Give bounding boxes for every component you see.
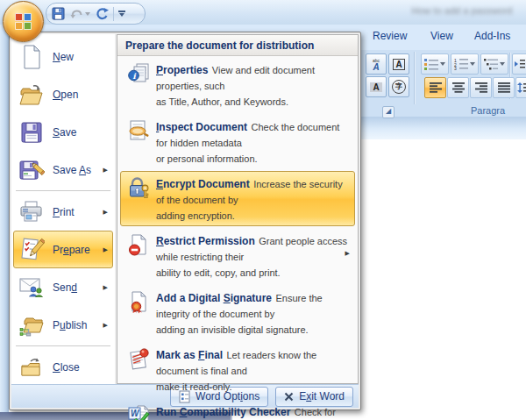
submenu-arrow-icon: ▶ xyxy=(103,209,108,216)
submenu-arrow-icon: ▶ xyxy=(345,250,350,257)
line-spacing-icon[interactable] xyxy=(515,77,526,98)
send-icon xyxy=(17,275,46,300)
menu-item-label: New xyxy=(53,51,74,63)
enclose-characters-icon[interactable]: 字 xyxy=(388,76,409,97)
undo-dropdown-caret[interactable] xyxy=(85,12,90,16)
menu-separator xyxy=(16,190,110,191)
align-right-icon[interactable] xyxy=(470,77,492,98)
svg-text:W: W xyxy=(131,409,140,418)
inspect-document-icon xyxy=(127,118,156,166)
save-icon[interactable] xyxy=(52,7,65,20)
item-text: Run Compatibility Checker Check for feat… xyxy=(156,403,350,420)
redo-icon[interactable] xyxy=(95,7,109,20)
save-floppy-icon xyxy=(17,120,46,145)
menu-item-label: Open xyxy=(53,89,78,101)
menu-item-label: Send xyxy=(53,281,77,294)
menu-item-save[interactable]: Save xyxy=(13,113,113,151)
paragraph-group-label: Paragra xyxy=(471,105,505,116)
prepare-item-inspect-document[interactable]: Inspect Document Check the document for … xyxy=(120,114,355,169)
compatibility-checker-icon: W xyxy=(127,403,156,420)
justify-icon[interactable] xyxy=(493,77,515,98)
menu-item-print[interactable]: Print ▶ xyxy=(13,193,113,231)
align-center-icon[interactable] xyxy=(447,77,469,98)
tab-review[interactable]: Review xyxy=(373,30,407,42)
customize-quick-access-icon[interactable] xyxy=(118,11,125,17)
prepare-icon xyxy=(17,237,46,263)
item-text: Inspect Document Check the document for … xyxy=(156,118,350,166)
item-title: Properties xyxy=(156,64,208,76)
group-separator xyxy=(414,52,416,104)
character-border-icon[interactable]: A xyxy=(388,53,409,75)
menu-item-label: Save xyxy=(53,126,76,139)
item-text: Add a Digital Signature Ensure the integ… xyxy=(156,289,350,337)
item-title: Encrypt Document xyxy=(156,178,250,190)
menu-item-label: Print xyxy=(53,206,75,218)
item-text: Mark as Final Let readers know the docum… xyxy=(156,346,350,394)
qat-separator xyxy=(113,7,114,21)
submenu-arrow-icon: ▶ xyxy=(103,246,108,253)
menu-item-publish[interactable]: Publish ▶ xyxy=(13,306,113,344)
phonetic-guide-icon[interactable]: abcA xyxy=(366,53,387,75)
menu-item-label: Publish xyxy=(53,319,87,331)
tab-add-ins[interactable]: Add-Ins xyxy=(474,30,510,42)
item-title: Mark as Final xyxy=(156,349,223,361)
new-document-icon xyxy=(17,44,46,70)
print-icon xyxy=(17,200,46,224)
menu-item-save-as[interactable]: Save As ▶ xyxy=(13,151,113,189)
office-menu-body: New Open xyxy=(11,34,359,384)
numbering-icon[interactable]: 1 2 3 xyxy=(451,53,479,75)
menu-item-label: Close xyxy=(53,361,80,374)
menu-separator xyxy=(16,345,110,346)
prepare-item-properties[interactable]: i Properties View and edit document prop… xyxy=(120,57,355,112)
item-title: Add a Digital Signature xyxy=(156,292,272,304)
digital-signature-icon xyxy=(127,289,156,337)
font-dialog-launcher-icon[interactable]: ◢ xyxy=(382,106,394,118)
tab-view[interactable]: View xyxy=(430,30,453,42)
item-text: Restrict Permission Grant people access … xyxy=(156,232,350,280)
svg-text:3: 3 xyxy=(454,66,457,70)
prepare-item-encrypt-document[interactable]: Encrypt Document Increase the security o… xyxy=(120,171,355,226)
office-logo-icon xyxy=(15,13,32,30)
open-folder-icon xyxy=(17,82,46,107)
item-title: Inspect Document xyxy=(156,121,247,133)
undo-icon[interactable] xyxy=(69,8,90,19)
window-left-border xyxy=(0,25,9,412)
menu-item-label: Save As xyxy=(53,164,91,176)
prepare-item-run-compatibility-checker[interactable]: W Run Compatibility Checker Check for fe… xyxy=(120,399,355,420)
submenu-arrow-icon: ▶ xyxy=(103,322,108,329)
menu-item-new[interactable]: New xyxy=(13,38,113,75)
bullets-icon[interactable] xyxy=(421,53,449,75)
quick-access-toolbar xyxy=(46,3,146,25)
prepare-item-add-digital-signature[interactable]: Add a Digital Signature Ensure the integ… xyxy=(120,285,355,340)
item-text: Encrypt Document Increase the security o… xyxy=(156,175,350,223)
prepare-submenu-header: Prepare the document for distribution xyxy=(117,35,358,56)
item-title: Run Compatibility Checker xyxy=(156,406,290,418)
prepare-item-mark-as-final[interactable]: Mark as Final Let readers know the docum… xyxy=(120,342,355,397)
prepare-item-restrict-permission[interactable]: Restrict Permission Grant people access … xyxy=(120,228,355,283)
menu-item-close[interactable]: Close xyxy=(13,348,113,386)
menu-item-open[interactable]: Open xyxy=(13,75,113,113)
prepare-submenu: Prepare the document for distribution i … xyxy=(117,34,359,384)
publish-icon xyxy=(17,313,46,338)
align-left-icon[interactable] xyxy=(424,77,446,98)
save-as-icon xyxy=(17,158,46,182)
word-2007-window: { "window": { "title_blurred": "How to a… xyxy=(0,0,526,420)
window-title-blurred: How to add a password xyxy=(396,5,526,16)
item-title: Restrict Permission xyxy=(156,235,255,247)
character-shading-icon[interactable]: A xyxy=(366,76,387,97)
menu-item-send[interactable]: Send ▶ xyxy=(13,268,113,306)
encrypt-lock-icon xyxy=(127,175,156,223)
office-menu: New Open xyxy=(9,32,361,410)
office-orb-button[interactable] xyxy=(3,1,44,42)
decrease-indent-icon[interactable] xyxy=(512,53,526,75)
item-text: Properties View and edit document proper… xyxy=(156,61,350,109)
menu-item-label: Prepare xyxy=(53,244,90,256)
restrict-permission-icon xyxy=(127,232,156,280)
mark-final-icon xyxy=(127,346,156,394)
office-menu-left-column: New Open xyxy=(11,34,115,384)
close-icon xyxy=(17,355,46,380)
menu-item-prepare[interactable]: Prepare ▶ xyxy=(13,231,113,268)
multilevel-list-icon[interactable] xyxy=(480,53,508,75)
properties-icon: i xyxy=(127,61,156,109)
submenu-arrow-icon: ▶ xyxy=(103,167,108,174)
